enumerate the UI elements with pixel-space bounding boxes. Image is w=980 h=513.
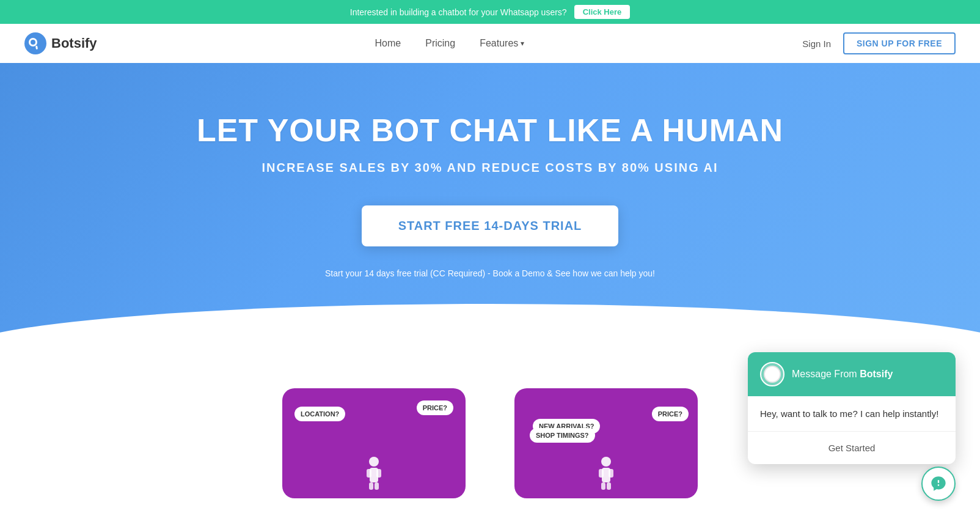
svg-rect-12 [599, 469, 604, 478]
card-2-bubble-3: SHOP TIMINGS? [530, 428, 595, 443]
main-nav: Home Pricing Features ▾ [375, 38, 525, 49]
svg-rect-13 [609, 469, 613, 478]
signup-button[interactable]: SIGN UP FOR FREE [843, 32, 956, 54]
chat-header: Message From Botsify [748, 352, 956, 396]
announcement-text: Interested in building a chatbot for you… [350, 7, 567, 17]
svg-rect-14 [601, 482, 605, 490]
hero-subheadline: INCREASE SALES BY 30% AND REDUCE COSTS B… [12, 161, 968, 175]
nav-link-features[interactable]: Features ▾ [480, 38, 524, 49]
chat-avatar [760, 362, 784, 386]
card-2-bubble-2: PRICE? [652, 407, 689, 421]
svg-rect-7 [376, 469, 381, 478]
signin-link[interactable]: Sign In [802, 39, 831, 49]
feature-card-2: NEW ARRIVALS? PRICE? SHOP TIMINGS? [514, 388, 698, 498]
chat-avatar-inner [764, 366, 781, 383]
hero-headline: LET YOUR BOT CHAT LIKE A HUMAN [12, 112, 968, 149]
brand-logo-icon [24, 32, 46, 54]
chat-get-started[interactable]: Get Started [748, 432, 956, 464]
chat-bubble-button[interactable] [921, 467, 956, 501]
card-2-inner: NEW ARRIVALS? PRICE? SHOP TIMINGS? [514, 388, 698, 498]
svg-rect-15 [607, 482, 611, 490]
cta-trial-button[interactable]: START FREE 14-DAYS TRIAL [362, 205, 619, 246]
nav-item-home[interactable]: Home [375, 38, 401, 49]
nav-item-features[interactable]: Features ▾ [480, 38, 524, 49]
card-1-bubble-2: PRICE? [417, 400, 453, 415]
chat-header-title: Message From Botsify [792, 369, 893, 380]
hero-section: LET YOUR BOT CHAT LIKE A HUMAN INCREASE … [0, 63, 980, 352]
features-chevron-icon: ▾ [521, 39, 524, 48]
svg-point-10 [601, 457, 611, 467]
svg-rect-6 [367, 469, 371, 478]
feature-card-1: LOCATION? PRICE? [282, 388, 466, 498]
card-1-figure-icon [362, 456, 386, 492]
card-1-bubble-1: LOCATION? [294, 407, 345, 421]
svg-rect-9 [375, 482, 379, 490]
nav-link-home[interactable]: Home [375, 38, 401, 48]
nav-item-pricing[interactable]: Pricing [425, 38, 455, 49]
svg-point-4 [369, 457, 379, 467]
hero-subtitle: Start your 14 days free trial (CC Requir… [12, 268, 968, 278]
svg-rect-8 [369, 482, 373, 490]
brand-name: Botsify [51, 35, 97, 51]
announcement-bar: Interested in building a chatbot for you… [0, 0, 980, 24]
card-2-figure-icon [594, 456, 618, 492]
svg-point-2 [31, 40, 35, 45]
navbar-right: Sign In SIGN UP FOR FREE [802, 32, 956, 54]
chat-widget: Message From Botsify Hey, want to talk t… [748, 352, 956, 464]
announcement-cta-button[interactable]: Click Here [574, 5, 631, 19]
chat-bubble-icon [930, 475, 947, 492]
card-1-inner: LOCATION? PRICE? [282, 388, 466, 498]
chat-message: Hey, want to talk to me? I can help inst… [748, 396, 956, 432]
nav-link-pricing[interactable]: Pricing [425, 38, 455, 48]
navbar: Botsify Home Pricing Features ▾ Sign In … [0, 24, 980, 63]
brand-link[interactable]: Botsify [24, 32, 97, 54]
